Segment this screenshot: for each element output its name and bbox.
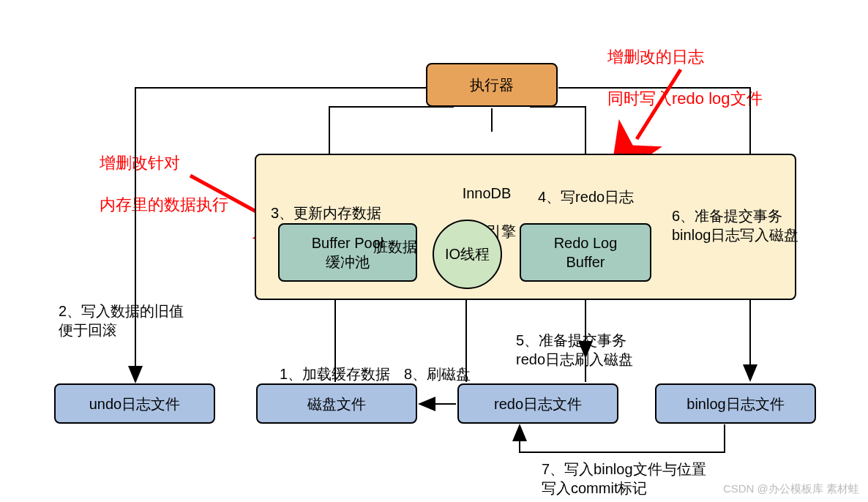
- io-thread-circle: IO线程: [433, 220, 502, 289]
- disk-file-box: 磁盘文件: [256, 383, 417, 424]
- executor-label: 执行器: [470, 75, 514, 94]
- dirty-data-label: 脏数据: [373, 218, 417, 256]
- step-4-label: 4、写redo日志: [538, 168, 634, 206]
- step-7-label: 7、写入binlog文件与位置 写入commit标记: [542, 441, 706, 498]
- step-1-label: 1、加载缓存数据: [280, 345, 390, 383]
- step-5-label: 5、准备提交事务 redo日志刷入磁盘: [516, 312, 633, 369]
- redo-buffer-box: Redo Log Buffer: [520, 223, 651, 282]
- step-3-label: 3、更新内存数据: [271, 184, 381, 222]
- executor-box: 执行器: [426, 63, 558, 107]
- annotation-left: 增删改针对 内存里的数据执行: [100, 132, 228, 215]
- step-6-label: 6、准备提交事务 binlog日志写入磁盘: [672, 187, 798, 244]
- annotation-right: 增删改的日志 同时写入redo log文件: [607, 26, 763, 109]
- undo-file-box: undo日志文件: [54, 383, 215, 424]
- redo-file-box: redo日志文件: [457, 383, 618, 424]
- diagram-root: 执行器 InnoDB 存储引擎 Buffer Pool 缓冲池 IO线程 Red…: [0, 0, 868, 502]
- watermark: CSDN @办公模板库 素材蛙: [723, 482, 859, 496]
- step-2-label: 2、写入数据的旧值 便于回滚: [59, 282, 184, 340]
- step-8-label: 8、刷磁盘: [404, 345, 471, 383]
- binlog-file-box: binlog日志文件: [655, 383, 816, 424]
